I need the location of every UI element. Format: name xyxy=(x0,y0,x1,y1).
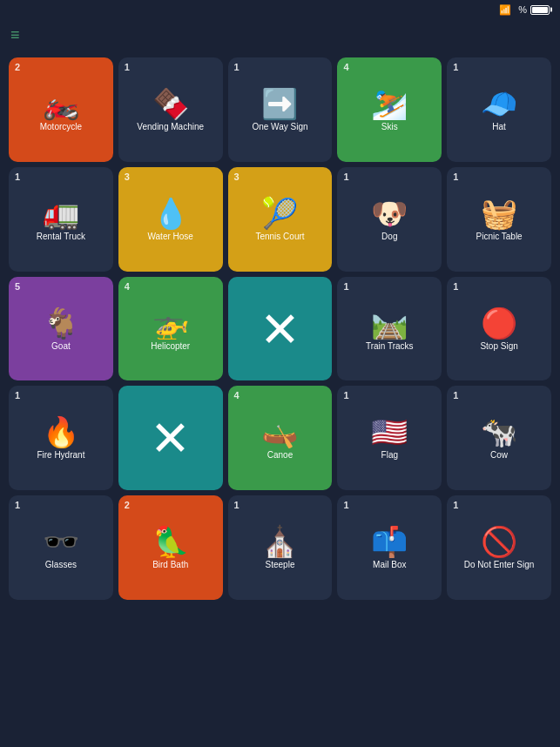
tile-emoji: 🎾 xyxy=(261,199,298,228)
tile-emoji: 🔴 xyxy=(481,308,517,338)
tile-train-tracks[interactable]: 1🛤️Train Tracks xyxy=(337,277,442,381)
tile-count: 1 xyxy=(453,62,458,72)
tile-tennis-court[interactable]: 3🎾Tennis Court xyxy=(228,167,333,272)
tile-water-hose[interactable]: 3💧Water Hose xyxy=(118,167,223,272)
tile-count: 1 xyxy=(15,172,20,182)
tile-label: Hat xyxy=(492,122,506,132)
tile-count: 4 xyxy=(125,281,130,292)
tile-label: One Way Sign xyxy=(252,122,307,132)
tile-goat[interactable]: 5🐐Goat xyxy=(9,277,113,381)
tile-[interactable]: ✕ xyxy=(228,277,333,381)
tile-emoji: 🦜 xyxy=(152,527,189,556)
tile-emoji: 🐐 xyxy=(43,308,79,338)
tile-vending-machine[interactable]: 1🍫Vending Machine xyxy=(118,57,223,162)
tile-steeple[interactable]: 1⛪Steeple xyxy=(228,495,333,600)
tile-count: 1 xyxy=(15,500,20,510)
tile-emoji: 🚁 xyxy=(152,308,189,338)
tile-bird-bath[interactable]: 2🦜Bird Bath xyxy=(118,495,223,600)
tile-emoji: 🚛 xyxy=(43,199,79,228)
tile-emoji: 🚫 xyxy=(481,527,517,556)
tile-label: Mail Box xyxy=(373,560,406,570)
tile-emoji: ⛪ xyxy=(261,527,298,556)
tile-motorcycle[interactable]: 2🏍️Motorcycle xyxy=(9,57,113,162)
tile-label: Bird Bath xyxy=(152,560,188,570)
tile-label: Canoe xyxy=(267,450,293,461)
tile-count: 1 xyxy=(125,62,130,72)
menu-icon[interactable]: ≡ xyxy=(10,27,20,43)
tile-emoji: ⛷️ xyxy=(371,89,408,118)
tile-label: Helicopter xyxy=(151,341,190,352)
tile-fire-hydrant[interactable]: 1🔥Fire Hydrant xyxy=(9,386,113,490)
tile-count: 1 xyxy=(234,62,240,72)
tile-emoji: 🔥 xyxy=(43,417,79,447)
tile-emoji: 🇺🇸 xyxy=(371,417,408,447)
tile-emoji: 🧺 xyxy=(481,199,517,228)
tile-label: Steeple xyxy=(266,560,295,570)
tile-count: 1 xyxy=(343,281,348,292)
tile-label: Motorcycle xyxy=(40,122,82,132)
tile-dog[interactable]: 1🐶Dog xyxy=(337,167,442,272)
tile-count: 1 xyxy=(453,172,458,182)
tile-count: 1 xyxy=(343,390,348,400)
tile-label: Train Tracks xyxy=(366,341,414,352)
tile-canoe[interactable]: 4🛶Canoe xyxy=(228,386,333,490)
x-mark-icon: ✕ xyxy=(150,414,191,463)
tile-count: 1 xyxy=(15,390,20,400)
wifi-icon: 📶 xyxy=(499,4,511,16)
tile-label: Rental Truck xyxy=(37,232,85,242)
tile-count: 1 xyxy=(453,500,458,510)
tile-label: Flag xyxy=(381,450,398,461)
tile-glasses[interactable]: 1🕶️Glasses xyxy=(9,495,113,600)
tile-one-way-sign[interactable]: 1➡️One Way Sign xyxy=(228,57,333,162)
tile-label: Stop Sign xyxy=(480,341,517,352)
tile-emoji: 🍫 xyxy=(152,89,189,118)
tile-emoji: 🐶 xyxy=(371,199,408,228)
tile-emoji: 🕶️ xyxy=(43,527,79,556)
tile-count: 2 xyxy=(15,62,20,72)
tile-count: 4 xyxy=(234,390,240,400)
tile-label: Tennis Court xyxy=(255,232,304,242)
tile-do-not-enter-sign[interactable]: 1🚫Do Not Enter Sign xyxy=(447,495,551,600)
tile-stop-sign[interactable]: 1🔴Stop Sign xyxy=(447,277,551,381)
tile-emoji: 🧢 xyxy=(481,89,517,118)
tile-label: Cow xyxy=(490,450,508,461)
tile-emoji: ➡️ xyxy=(261,89,298,118)
status-bar: 📶 % xyxy=(0,0,560,19)
tile-label: Do Not Enter Sign xyxy=(464,560,535,570)
tile-count: 1 xyxy=(234,500,240,510)
tile-count: 3 xyxy=(125,172,130,182)
tile-count: 5 xyxy=(15,281,20,292)
x-mark-icon: ✕ xyxy=(260,306,300,354)
tile-count: 4 xyxy=(343,62,348,72)
tile-emoji: 🛶 xyxy=(261,417,298,447)
tile-label: Glasses xyxy=(45,560,77,570)
tile-emoji: 📫 xyxy=(371,527,408,556)
tile-emoji: 🛤️ xyxy=(371,308,408,338)
tile-label: Picnic Table xyxy=(476,232,523,242)
tile-emoji: 💧 xyxy=(152,199,189,228)
tile-label: Vending Machine xyxy=(137,122,204,132)
tile-label: Goat xyxy=(51,341,71,352)
app-header: ≡ xyxy=(0,19,560,50)
tile-emoji: 🐄 xyxy=(481,417,517,447)
tile-label: Water Hose xyxy=(147,232,192,242)
tile-rental-truck[interactable]: 1🚛Rental Truck xyxy=(9,167,113,272)
tile-label: Skis xyxy=(381,122,398,132)
tile-count: 2 xyxy=(125,500,130,510)
tile-flag[interactable]: 1🇺🇸Flag xyxy=(337,386,442,490)
tile-picnic-table[interactable]: 1🧺Picnic Table xyxy=(447,167,551,272)
tile-hat[interactable]: 1🧢Hat xyxy=(447,57,551,162)
tile-[interactable]: ✕ xyxy=(118,386,223,490)
tile-count: 1 xyxy=(343,500,348,510)
tile-label: Dog xyxy=(381,232,397,242)
tile-cow[interactable]: 1🐄Cow xyxy=(447,386,551,490)
tile-count: 1 xyxy=(343,172,348,182)
tile-count: 3 xyxy=(234,172,240,182)
tile-skis[interactable]: 4⛷️Skis xyxy=(337,57,442,162)
tile-emoji: 🏍️ xyxy=(43,89,79,118)
tile-label: Fire Hydrant xyxy=(37,450,84,461)
tile-mail-box[interactable]: 1📫Mail Box xyxy=(337,495,442,600)
tile-grid: 2🏍️Motorcycle1🍫Vending Machine1➡️One Way… xyxy=(0,50,560,609)
status-icons: 📶 % xyxy=(499,4,550,16)
tile-helicopter[interactable]: 4🚁Helicopter xyxy=(118,277,223,381)
